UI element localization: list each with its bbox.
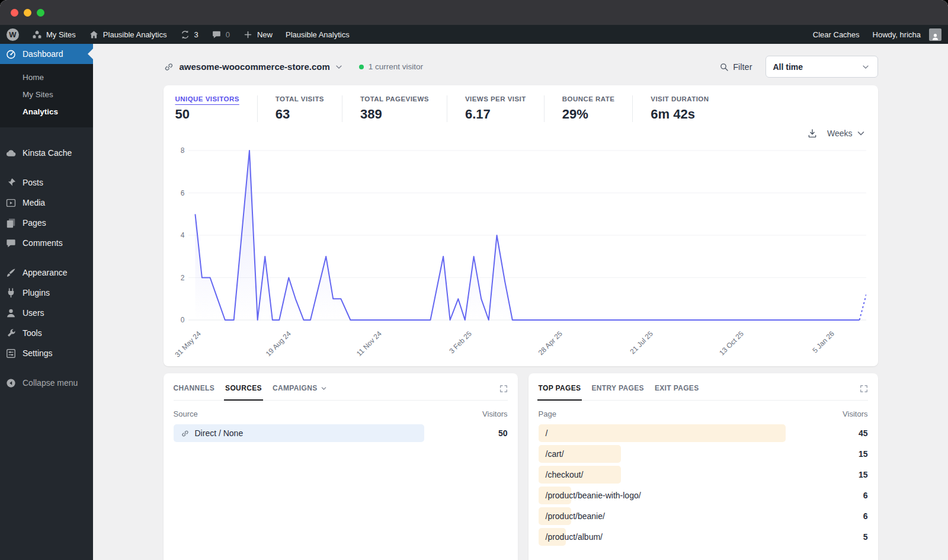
my-sites-menu[interactable]: My Sites: [25, 25, 82, 44]
search-icon: [719, 62, 729, 72]
stat-label: TOTAL VISITS: [276, 95, 324, 103]
column-header-source: Source: [174, 409, 198, 418]
stat-unique-visitors[interactable]: UNIQUE VISITORS 50: [175, 95, 257, 122]
chart-y-axis: 02468: [175, 146, 188, 324]
stat-label: VISIT DURATION: [651, 95, 709, 103]
stat-views-per-visit[interactable]: VIEWS PER VISIT 6.17: [447, 95, 544, 122]
account-menu[interactable]: Howdy, hricha: [866, 25, 948, 44]
sidebar-item-pages[interactable]: Pages: [0, 213, 93, 233]
filter-button[interactable]: Filter: [719, 62, 752, 72]
row-value: 50: [498, 428, 508, 438]
sidebar-item-dashboard[interactable]: Dashboard: [0, 44, 93, 64]
table-row[interactable]: / 45: [539, 424, 868, 442]
filter-label: Filter: [733, 62, 752, 72]
visitors-chart: 02468: [175, 146, 866, 324]
plausible-analytics-menu[interactable]: Plausible Analytics: [279, 25, 356, 44]
wp-admin-bar: W My Sites Plausible Analytics 3 0 New P…: [0, 25, 948, 44]
stat-value: 63: [276, 107, 324, 122]
tab-channels[interactable]: CHANNELS: [174, 384, 215, 392]
table-row[interactable]: /checkout/ 15: [539, 466, 868, 484]
sidebar-item-users[interactable]: Users: [0, 303, 93, 323]
table-row[interactable]: /product/album/ 5: [539, 528, 868, 546]
updates-icon: [180, 30, 190, 40]
site-selector[interactable]: awesome-woocommerce-store.com: [180, 62, 330, 72]
sidebar-item-tools[interactable]: Tools: [0, 323, 93, 343]
column-header-page: Page: [539, 409, 556, 418]
expand-icon[interactable]: [859, 384, 869, 393]
comments-button[interactable]: 0: [205, 25, 236, 44]
download-icon[interactable]: [807, 128, 818, 139]
updates-button[interactable]: 3: [174, 25, 205, 44]
dashboard-icon: [5, 49, 17, 60]
users-icon: [5, 308, 17, 319]
tab-exit-pages[interactable]: EXIT PAGES: [655, 384, 699, 392]
window-zoom-button[interactable]: [37, 9, 44, 17]
row-value: 5: [863, 532, 868, 542]
sources-tabs: CHANNELSSOURCESCAMPAIGNS: [174, 384, 508, 401]
macos-titlebar: [0, 0, 948, 25]
comments-icon: [5, 238, 17, 249]
dashboard-submenu: Home My Sites Analytics: [0, 64, 93, 127]
sources-rows: Direct / None 50: [174, 424, 508, 442]
network-icon: [32, 30, 42, 40]
link-icon: [181, 429, 190, 438]
table-row[interactable]: Direct / None 50: [174, 424, 508, 442]
interval-select[interactable]: Weeks: [827, 128, 866, 139]
y-tick-label: 6: [181, 188, 185, 198]
pages-rows: / 45 /cart/ 15 /checkout/ 15 /product/be…: [539, 424, 868, 546]
wordpress-logo-icon: W: [7, 28, 19, 41]
table-row[interactable]: /product/beanie-with-logo/ 6: [539, 487, 868, 504]
appearance-icon: [5, 267, 17, 279]
sidebar-subitem-my-sites[interactable]: My Sites: [0, 86, 93, 103]
stat-label: BOUNCE RATE: [562, 95, 615, 103]
site-name-menu[interactable]: Plausible Analytics: [82, 25, 174, 44]
sidebar-subitem-analytics[interactable]: Analytics: [0, 103, 93, 120]
new-content-button[interactable]: New: [236, 25, 279, 44]
row-label: Direct / None: [174, 428, 244, 438]
site-name-label: Plausible Analytics: [103, 30, 167, 39]
chevron-down-icon: [856, 128, 866, 139]
clear-caches-button[interactable]: Clear Caches: [806, 25, 866, 44]
sidebar-item-plugins[interactable]: Plugins: [0, 283, 93, 303]
table-row[interactable]: /product/beanie/ 6: [539, 507, 868, 525]
interval-label: Weeks: [827, 129, 853, 138]
row-label: /product/beanie/: [539, 511, 605, 521]
stat-value: 50: [175, 107, 239, 122]
sidebar-subitem-home[interactable]: Home: [0, 69, 93, 86]
row-value: 15: [859, 470, 868, 479]
online-dot-icon: [359, 65, 364, 69]
tab-top-pages[interactable]: TOP PAGES: [539, 384, 581, 392]
row-bar: [539, 424, 786, 442]
tab-campaigns[interactable]: CAMPAIGNS: [273, 384, 328, 392]
sidebar-item-posts[interactable]: Posts: [0, 172, 93, 193]
tab-entry-pages[interactable]: ENTRY PAGES: [591, 384, 643, 392]
stat-total-pageviews[interactable]: TOTAL PAGEVIEWS 389: [342, 95, 447, 122]
stat-visit-duration[interactable]: VISIT DURATION 6m 42s: [632, 95, 726, 122]
stat-total-visits[interactable]: TOTAL VISITS 63: [257, 95, 342, 122]
row-value: 6: [863, 511, 868, 521]
stat-value: 6m 42s: [651, 107, 709, 122]
pages-tabs: TOP PAGESENTRY PAGESEXIT PAGES: [539, 384, 868, 401]
expand-icon[interactable]: [499, 384, 508, 393]
wp-logo-menu[interactable]: W: [0, 25, 25, 44]
sidebar-item-comments[interactable]: Comments: [0, 233, 93, 253]
sidebar-item-kinsta-cache[interactable]: Kinsta Cache: [0, 143, 93, 163]
table-row[interactable]: /cart/ 15: [539, 445, 868, 463]
chart-plot[interactable]: [188, 146, 866, 324]
row-value: 45: [859, 428, 868, 438]
pin-icon: [5, 177, 17, 188]
sidebar-item-collapse-menu[interactable]: Collapse menu: [0, 373, 93, 393]
current-visitors: 1 current visitor: [359, 62, 423, 71]
sidebar-item-media[interactable]: Media: [0, 193, 93, 213]
sidebar-item-appearance[interactable]: Appearance: [0, 263, 93, 283]
window-close-button[interactable]: [11, 9, 18, 17]
sidebar-item-settings[interactable]: Settings: [0, 343, 93, 363]
stat-value: 389: [360, 107, 429, 122]
date-range-select[interactable]: All time: [766, 56, 878, 78]
y-tick-label: 0: [181, 315, 185, 325]
x-tick-label: 19 Aug 24: [264, 329, 293, 358]
chevron-down-icon[interactable]: [334, 62, 344, 72]
window-minimize-button[interactable]: [24, 9, 31, 17]
stat-bounce-rate[interactable]: BOUNCE RATE 29%: [544, 95, 633, 122]
tab-sources[interactable]: SOURCES: [225, 384, 262, 392]
